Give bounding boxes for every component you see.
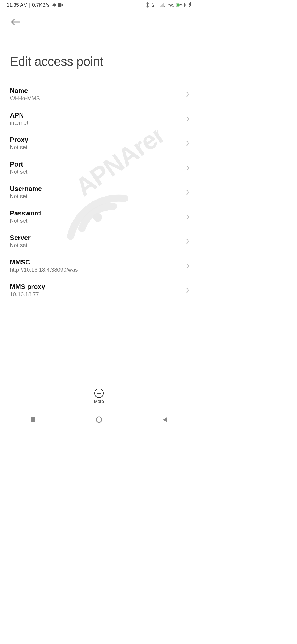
setting-row-username[interactable]: Username Not set xyxy=(0,180,198,204)
setting-row-port[interactable]: Port Not set xyxy=(0,155,198,180)
setting-label: Server xyxy=(10,234,31,242)
svg-rect-8 xyxy=(160,6,161,7)
status-time: 11:35 AM xyxy=(7,2,28,8)
wifi-icon xyxy=(168,2,174,7)
charging-icon xyxy=(189,2,191,7)
more-icon xyxy=(94,389,104,398)
chevron-right-icon xyxy=(186,91,190,97)
setting-value: Wi-Ho-MMS xyxy=(10,95,40,102)
signal-nosim-icon xyxy=(160,2,166,7)
setting-label: Name xyxy=(10,87,40,95)
setting-value: Not set xyxy=(10,242,31,249)
nav-back-button[interactable] xyxy=(161,415,169,424)
bluetooth-icon xyxy=(146,2,150,8)
chevron-right-icon xyxy=(186,165,190,171)
chevron-right-icon xyxy=(186,263,190,269)
signal-4g-icon: 4G xyxy=(152,2,158,7)
setting-row-password[interactable]: Password Not set xyxy=(0,204,198,229)
setting-value: Not set xyxy=(10,218,41,224)
chevron-right-icon xyxy=(186,116,190,122)
status-bar: 11:35 AM | 0.7KB/s 4G 38 xyxy=(0,0,198,10)
nav-bar xyxy=(0,410,198,429)
back-button[interactable] xyxy=(9,16,21,28)
setting-row-mms-proxy[interactable]: MMS proxy 10.16.18.77 xyxy=(0,278,198,302)
svg-rect-15 xyxy=(177,4,180,7)
action-bar: More xyxy=(0,383,198,410)
setting-value: internet xyxy=(10,120,28,126)
setting-row-apn[interactable]: APN internet xyxy=(0,107,198,131)
square-icon xyxy=(30,417,36,422)
chevron-right-icon xyxy=(186,140,190,146)
page-title: Edit access point xyxy=(0,46,198,72)
svg-rect-9 xyxy=(161,5,162,7)
setting-label: MMS proxy xyxy=(10,283,45,291)
setting-row-server[interactable]: Server Not set xyxy=(0,229,198,253)
setting-value: Not set xyxy=(10,169,27,175)
svg-rect-5 xyxy=(155,4,155,7)
svg-rect-1 xyxy=(58,3,61,7)
setting-row-proxy[interactable]: Proxy Not set xyxy=(0,131,198,155)
video-icon xyxy=(58,3,63,7)
chevron-right-icon xyxy=(186,189,190,195)
svg-rect-14 xyxy=(185,4,186,6)
svg-rect-7 xyxy=(157,2,157,7)
arrow-left-icon xyxy=(10,18,20,26)
svg-text:4G: 4G xyxy=(152,3,154,5)
more-label: More xyxy=(94,399,104,404)
nav-home-button[interactable] xyxy=(95,415,103,424)
setting-label: MMSC xyxy=(10,258,78,266)
setting-value: Not set xyxy=(10,193,42,200)
nav-recent-button[interactable] xyxy=(29,415,37,424)
triangle-left-icon xyxy=(162,417,168,423)
circle-icon xyxy=(95,416,103,423)
svg-rect-11 xyxy=(163,3,164,7)
setting-row-name[interactable]: Name Wi-Ho-MMS xyxy=(0,82,198,107)
battery-icon: 38 xyxy=(176,2,186,7)
svg-text:38: 38 xyxy=(180,4,183,7)
status-net-speed: 0.7KB/s xyxy=(32,2,50,8)
svg-rect-18 xyxy=(31,417,35,422)
gear-icon xyxy=(51,2,56,7)
setting-value: Not set xyxy=(10,144,28,151)
setting-row-mmsc[interactable]: MMSC http://10.16.18.4:38090/was xyxy=(0,253,198,278)
setting-label: Port xyxy=(10,160,27,168)
setting-label: Proxy xyxy=(10,136,28,144)
more-button[interactable]: More xyxy=(94,389,104,404)
svg-rect-3 xyxy=(152,6,153,7)
svg-rect-6 xyxy=(156,3,156,7)
setting-value: http://10.16.18.4:38090/was xyxy=(10,267,78,273)
setting-label: APN xyxy=(10,111,28,119)
setting-value: 10.16.18.77 xyxy=(10,291,45,298)
chevron-right-icon xyxy=(186,287,190,293)
chevron-right-icon xyxy=(186,238,190,244)
svg-rect-4 xyxy=(153,5,154,7)
setting-label: Username xyxy=(10,185,42,193)
svg-point-19 xyxy=(96,417,102,422)
chevron-right-icon xyxy=(186,214,190,220)
svg-rect-10 xyxy=(162,4,163,7)
settings-list: Name Wi-Ho-MMS APN internet Proxy Not se… xyxy=(0,82,198,302)
status-separator: | xyxy=(29,2,31,8)
setting-label: Password xyxy=(10,209,41,217)
